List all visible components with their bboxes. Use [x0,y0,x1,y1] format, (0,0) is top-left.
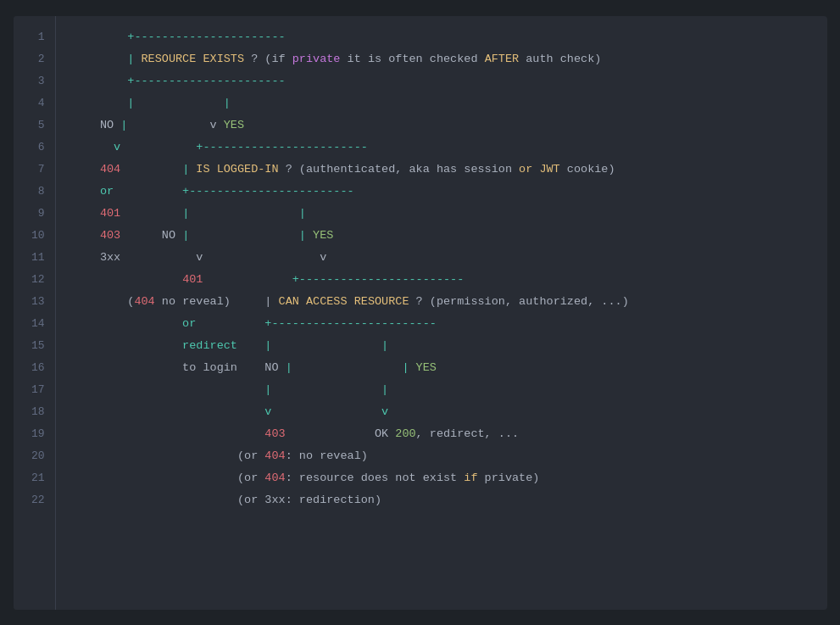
code-line: 401 | | [73,203,827,225]
editor: 12345678910111213141516171819202122 +---… [14,16,827,610]
line-number: 10 [14,225,55,247]
line-number: 18 [14,401,55,423]
line-number: 22 [14,489,55,511]
line-number: 8 [14,181,55,203]
line-number: 14 [14,313,55,335]
line-number: 5 [14,114,55,137]
line-number: 9 [14,203,55,225]
line-number: 12 [14,269,55,291]
line-number: 11 [14,247,55,269]
code-line: (or 404: no reveal) [73,445,827,467]
code-line: NO | v YES [73,114,827,137]
code-line: redirect | | [73,335,827,357]
line-number: 3 [14,70,55,92]
code-line: | | [73,92,827,114]
line-number: 15 [14,335,55,357]
code-line: 403 NO | | YES [73,225,827,247]
code-line: +---------------------- [73,26,827,48]
code-line: or +------------------------ [73,313,827,335]
line-number: 16 [14,357,55,379]
code-line: +---------------------- [73,70,827,92]
code-line: (or 404: resource does not exist if priv… [73,467,827,489]
code-line: (or 3xx: redirection) [73,489,827,511]
line-number: 2 [14,48,55,70]
line-number: 17 [14,379,55,401]
code-line: or +------------------------ [73,181,827,203]
code-line: to login NO | | YES [73,357,827,379]
line-number: 6 [14,137,55,159]
code-area: +---------------------- | RESOURCE EXIST… [56,16,827,610]
code-line: 403 OK 200, redirect, ... [73,423,827,445]
line-number: 7 [14,159,55,181]
code-line: 3xx v v [73,247,827,269]
line-number: 1 [14,26,55,48]
line-number: 4 [14,92,55,114]
line-number: 20 [14,445,55,467]
line-number: 19 [14,423,55,445]
code-line: v v [73,401,827,423]
code-line: 404 | IS LOGGED-IN ? (authenticated, aka… [73,159,827,181]
code-line: 401 +------------------------ [73,269,827,291]
line-number: 21 [14,467,55,489]
code-line: | | [73,379,827,401]
code-line: v +------------------------ [73,137,827,159]
line-number: 13 [14,291,55,313]
line-number-column: 12345678910111213141516171819202122 [14,16,56,610]
code-line: (404 no reveal) | CAN ACCESS RESOURCE ? … [73,291,827,313]
code-line: | RESOURCE EXISTS ? (if private it is of… [73,48,827,70]
